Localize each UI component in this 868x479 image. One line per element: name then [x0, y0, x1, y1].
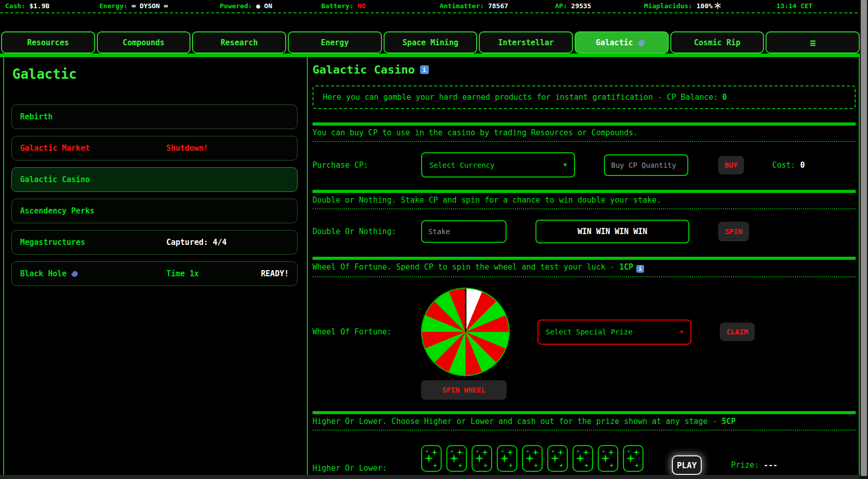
play-button[interactable]: PLAY: [672, 455, 702, 475]
info-icon[interactable]: i: [636, 265, 644, 273]
sidebar-item-label: Black Hole: [20, 269, 66, 278]
fortune-wheel[interactable]: [421, 288, 510, 376]
menu-icon: ≡: [810, 37, 815, 48]
card-row: [421, 445, 644, 472]
sparkles-icon: [599, 447, 617, 470]
sparkles-icon: [574, 447, 592, 470]
higher-lower-card[interactable]: [598, 445, 618, 472]
chevron-down-icon: ▼: [680, 329, 683, 335]
tab-label: Cosmic Rip: [694, 38, 740, 47]
sidebar-item-label: Galactic Market: [20, 144, 90, 153]
higher-or-lower-label: Higher Or Lower:: [313, 464, 421, 473]
spin-button[interactable]: SPIN: [718, 222, 749, 241]
scrollbar-thumb[interactable]: [861, 0, 867, 476]
wheel-section-title: Wheel Of Fortune. Spend CP to spin the w…: [313, 260, 856, 277]
horizontal-scrollbar[interactable]: [0, 475, 860, 479]
tab-label: Energy: [321, 38, 349, 47]
tab-energy[interactable]: Energy: [288, 31, 382, 54]
sparkles-icon: [498, 447, 516, 470]
antimatter-stat: Antimatter: 78567: [440, 2, 508, 10]
sparkles-icon: [549, 447, 566, 470]
tab-label: Space Mining: [403, 38, 458, 47]
chevron-down-icon: ▼: [563, 162, 567, 168]
tab-menu[interactable]: ≡: [766, 31, 860, 54]
spiral-icon: [71, 269, 80, 278]
vertical-scrollbar[interactable]: [860, 0, 868, 479]
prize-readout: Prize: ---: [731, 460, 777, 470]
spin-wheel-button[interactable]: SPIN WHEEL: [421, 380, 507, 400]
tab-label: Research: [221, 38, 258, 47]
tab-label: Compounds: [123, 38, 164, 47]
tab-compounds[interactable]: Compounds: [97, 31, 191, 54]
snowflake-icon: [714, 2, 721, 9]
buy-section-title: You can buy CP to use in the casino by t…: [313, 126, 856, 142]
ap-stat: AP: 29535: [555, 2, 591, 10]
purchase-cp-label: Purchase CP:: [313, 161, 421, 170]
higher-lower-card[interactable]: [547, 445, 568, 472]
higher-lower-card[interactable]: [497, 445, 517, 472]
sidebar-item-black-hole[interactable]: Black Hole Time 1x READY!: [11, 261, 298, 286]
claim-button[interactable]: CLAIM: [720, 323, 755, 341]
special-prize-select-value: Select Special Prize: [546, 328, 633, 336]
sparkles-icon: [624, 447, 642, 470]
wheel-of-fortune-label: Wheel Of Fortune:: [313, 327, 421, 336]
captured-count: Captured: 4/4: [166, 238, 227, 247]
currency-select[interactable]: Select Currency ▼: [421, 152, 575, 178]
stake-input[interactable]: [421, 220, 507, 243]
higher-lower-card[interactable]: [446, 445, 467, 472]
tab-resources[interactable]: Resources: [1, 31, 95, 54]
sidebar-item-label: Rebirth: [20, 112, 53, 121]
sidebar-item-galactic-market[interactable]: Galactic Market Shutdown!: [11, 136, 298, 161]
energy-stat: Energy: ∞ DYSON ∞: [99, 2, 168, 10]
tab-label: Interstellar: [498, 38, 554, 47]
sidebar-item-galactic-casino[interactable]: Galactic Casino: [11, 167, 298, 192]
info-icon[interactable]: i: [420, 65, 429, 74]
buy-button[interactable]: BUY: [718, 156, 744, 174]
casino-panel: Galactic Casinoi Here you can gamble you…: [307, 57, 860, 479]
tab-space-mining[interactable]: Space Mining: [384, 31, 478, 54]
buy-cp-quantity-input[interactable]: [604, 154, 688, 176]
sparkles-icon: [473, 447, 491, 470]
higher-section-title: Higher Or Lower. Choose Higher or Lower …: [313, 414, 856, 431]
sidebar-item-ascendency-perks[interactable]: Ascendency Perks: [11, 199, 298, 223]
sidebar-item-label: Megastructures: [20, 238, 85, 247]
win-display: WIN WIN WIN WIN: [535, 220, 689, 243]
spiral-icon: [637, 38, 647, 48]
higher-lower-card[interactable]: [522, 445, 543, 472]
main-tabs: Resources Compounds Research Energy Spac…: [1, 31, 860, 54]
higher-lower-card[interactable]: [623, 445, 644, 472]
status-badge: Shutdown!: [166, 144, 208, 153]
page-title: Galactic Casinoi: [313, 63, 856, 76]
sidebar-item-megastructures[interactable]: Megastructures Captured: 4/4: [11, 230, 298, 255]
double-or-nothing-label: Double Or Nothing:: [313, 227, 421, 236]
sidebar-item-label: Ascendency Perks: [20, 206, 95, 216]
clock: 13:14 CET: [776, 2, 812, 10]
status-bar: Cash: $1.9B Energy: ∞ DYSON ∞ Powered: ●…: [0, 0, 868, 13]
sparkles-icon: [423, 447, 440, 470]
higher-lower-card[interactable]: [472, 445, 492, 472]
sidebar: Galactic Rebirth Galactic Market Shutdow…: [3, 57, 307, 479]
wheel-pointer: [465, 289, 466, 332]
sparkles-icon: [524, 447, 541, 470]
cp-balance-banner: Here you can gamble your hard earned pro…: [313, 85, 856, 109]
sparkles-icon: [448, 447, 465, 470]
tab-label: Resources: [27, 38, 69, 47]
special-prize-select[interactable]: Select Special Prize ▼: [537, 320, 691, 345]
tab-research[interactable]: Research: [192, 31, 286, 54]
tab-cosmic-rip[interactable]: Cosmic Rip: [670, 31, 765, 54]
tab-label: Galactic: [596, 38, 633, 47]
sidebar-item-label: Galactic Casino: [20, 175, 90, 184]
cp-balance-value: 0: [722, 93, 727, 102]
battery-stat: Battery: NO: [321, 2, 366, 10]
sidebar-item-rebirth[interactable]: Rebirth: [11, 104, 298, 129]
double-section-title: Double or Nothing. Stake CP and spin for…: [313, 193, 856, 209]
powered-stat: Powered: ● ON: [220, 2, 272, 10]
tab-interstellar[interactable]: Interstellar: [479, 31, 573, 54]
higher-lower-card[interactable]: [572, 445, 593, 472]
higher-lower-card[interactable]: [421, 445, 442, 472]
tab-underline: [0, 54, 868, 57]
tab-galactic[interactable]: Galactic: [575, 31, 669, 54]
miaplacidus-stat: Miaplacidus: 100%: [644, 2, 721, 10]
currency-select-value: Select Currency: [429, 161, 494, 169]
sidebar-title: Galactic: [12, 66, 298, 82]
